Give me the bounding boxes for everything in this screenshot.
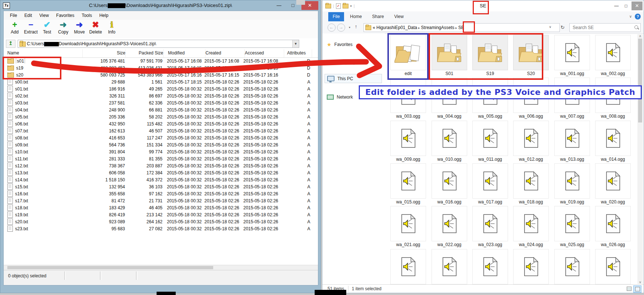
extract-button[interactable]: −Extract [24,20,38,38]
column-header-attributes[interactable]: Attributes [284,49,312,57]
archive-row-s12.txt[interactable]: s12.txt738 367203 8872015-05-18 00:32201… [7,162,318,169]
address-combobox[interactable]: C:\UsersDownloads\Higurashi\HigurashiPS3… [18,40,299,48]
cell-mod: 2015-05-17 18:15 [162,79,204,85]
archive-row-s23.txt[interactable]: s23.txt95 68327 0822015-05-18 00:322015-… [7,225,318,232]
cell-size: 132 954 [82,184,125,189]
column-header-modified[interactable]: Modified [164,49,205,57]
breadcrumb-item-streamingassets[interactable]: StreamingAssets [421,25,454,30]
breadcrumb-collapse[interactable]: « [373,25,376,30]
archive-row-s19.txt[interactable]: s19.txt826 419213 1422015-05-18 00:32201… [7,211,318,218]
menu-view[interactable]: View [36,12,52,19]
help-icon[interactable]: ? [635,14,641,19]
recent-locations-icon[interactable]: ▾ [349,26,350,29]
test-icon: ✔ [40,20,54,29]
tab-home[interactable]: Home [346,12,366,21]
move-button[interactable]: ➜Move [72,20,87,38]
up-folder-button[interactable]: ↥ [6,40,15,48]
minimize-button[interactable]: — [274,2,284,9]
sevenzip-titlebar[interactable]: 7z C:\Users\Downloads\Higurashi\Higurash… [0,0,321,11]
cell-mod: 2015-05-18 00:32 [162,86,204,92]
close-button[interactable]: ✕ [632,1,643,10]
back-button[interactable]: ← [328,24,336,32]
scroll-up-icon[interactable]: ∧ [637,34,643,38]
menu-help[interactable]: Help [96,12,112,19]
scrollbar-thumb[interactable] [7,266,213,269]
minimize-button[interactable]: — [612,2,621,10]
tab-file[interactable]: File [328,12,344,21]
cell-acc: 2015-05-17 16:15 [243,65,282,71]
file-name: s06.txt [15,121,28,127]
menu-tools[interactable]: Tools [78,12,95,19]
archive-row-s20.txt[interactable]: s20.txt923 089264 1622015-05-18 00:32201… [7,218,318,225]
info-button[interactable]: iInfo [104,20,119,38]
cell-att: A [282,121,310,127]
cell-acc: 2015-05-18 02:26 [243,93,282,99]
menu-edit[interactable]: Edit [21,12,35,19]
sidebar-item-homegroup[interactable]: ⌂Homegroup [325,58,358,67]
scroll-down-icon[interactable]: ∨ [637,280,643,284]
tab-view[interactable]: View [390,12,408,21]
ribbon-collapse-icon[interactable]: ∨ [629,14,632,18]
address-dropdown-icon[interactable]: ∨ [549,25,551,29]
cell-acc: 2015-05-18 02:26 [243,142,282,148]
cell-acc: 2015-05-17 16:16 [243,72,282,78]
text-file-icon [7,86,13,92]
title-path-suffix: \Downloads\Higurashi\HigurashiPS3-Voices… [125,3,232,8]
archive-row-s18.txt[interactable]: s18.txt183 42946 4052015-05-18 00:322015… [7,204,318,211]
column-header-created[interactable]: Created [205,49,245,57]
column-header-accessed[interactable]: Accessed [245,49,284,57]
archive-row-s07.txt[interactable]: s07.txt162 61346 5072015-05-18 00:322015… [7,127,318,134]
icons-view-button[interactable] [633,285,641,293]
breadcrumb[interactable]: « HigurashiEp01_Data ▸ StreamingAssets ▸… [364,23,560,32]
combobox-dropdown-icon[interactable]: ▼ [292,40,299,47]
archive-row-s03.txt[interactable]: s03.txt237 58162 3362015-05-18 00:322015… [7,99,318,106]
up-button[interactable]: ↑ [355,24,357,29]
sidebar-item-this-pc[interactable]: This PC [325,74,382,83]
vertical-scrollbar[interactable]: ∧ ∨ [637,34,643,284]
cell-acc: 2015-05-18 02:26 [243,79,282,85]
cell-mod: 2015-05-18 00:32 [162,114,204,120]
test-button[interactable]: ✔Test [40,20,54,38]
archive-row-s09.txt[interactable]: s09.txt564 736151 3342015-05-18 00:32201… [7,141,318,148]
menu-favorites[interactable]: Favorites [53,12,78,19]
menu-file[interactable]: File [7,12,20,19]
copy-button[interactable]: ➜Copy [56,20,71,38]
sidebar-item-network[interactable]: Network [325,93,355,101]
column-header-name[interactable]: Name [7,49,83,57]
maximize-button[interactable]: □ [622,2,630,10]
cell-pack: 62 336 [125,100,162,106]
breadcrumb-item-higurashiep01_data[interactable]: HigurashiEp01_Data [376,25,417,30]
cell-cre: 2015-05-18 02:26 [204,121,243,127]
search-box[interactable] [569,23,641,32]
archive-row-s17.txt[interactable]: s17.txt81 47221 7312015-05-18 00:322015-… [7,197,318,204]
archive-row-s16.txt[interactable]: s16.txt355 65897 1622015-05-18 00:322015… [7,190,318,197]
sidebar-item-favorites[interactable]: ★Favorites [325,40,355,49]
archive-row-s06.txt[interactable]: s06.txt432 950115 4822015-05-18 00:32201… [7,120,318,127]
archive-row-s10.txt[interactable]: s10.txt391 80499 7742015-05-18 00:322015… [7,148,318,155]
delete-icon: ✖ [88,20,103,29]
archive-row-s08.txt[interactable]: s08.txt416 653117 2472015-05-18 00:32201… [7,134,318,141]
forward-button[interactable]: → [337,24,345,32]
add-button[interactable]: +Add [7,20,22,38]
file-name: s14.txt [15,177,28,182]
scrollbar-thumb[interactable] [638,39,642,122]
refresh-icon[interactable]: ↻ [561,25,565,30]
cell-att: A [282,191,310,196]
delete-button[interactable]: ✖Delete [88,20,103,38]
cell-mod: 2015-05-18 00:32 [162,226,204,231]
archive-row-s14.txt[interactable]: s14.txt1 518 150416 3722015-05-18 00:322… [7,176,318,183]
redaction-taskbar-1 [157,292,176,295]
horizontal-scrollbar[interactable] [4,265,318,270]
search-input[interactable] [572,24,632,31]
archive-row-s02.txt[interactable]: s02.txt326 31186 6972015-05-18 00:322015… [7,92,318,99]
tab-share[interactable]: Share [368,12,388,21]
archive-row-s11.txt[interactable]: s11.txt281 33381 3552015-05-18 00:322015… [7,155,318,162]
column-header-packed-size[interactable]: Packed Size [126,49,164,57]
archive-row-s04.txt[interactable]: s04.txt248 90066 8812015-05-18 00:322015… [7,106,318,113]
archive-row-s05.txt[interactable]: s05.txt205 33658 2022015-05-18 00:322015… [7,113,318,120]
archive-row-s15.txt[interactable]: s15.txt132 95436 1032015-05-18 00:322015… [7,183,318,190]
archive-row-s13.txt[interactable]: s13.txt606 058172 3842015-05-18 00:32201… [7,169,318,176]
archive-row-s01.txt[interactable]: s01.txt186 91649 2652015-05-18 00:322015… [7,85,318,92]
details-view-button[interactable] [625,285,633,292]
column-header-size[interactable]: Size [83,49,126,57]
